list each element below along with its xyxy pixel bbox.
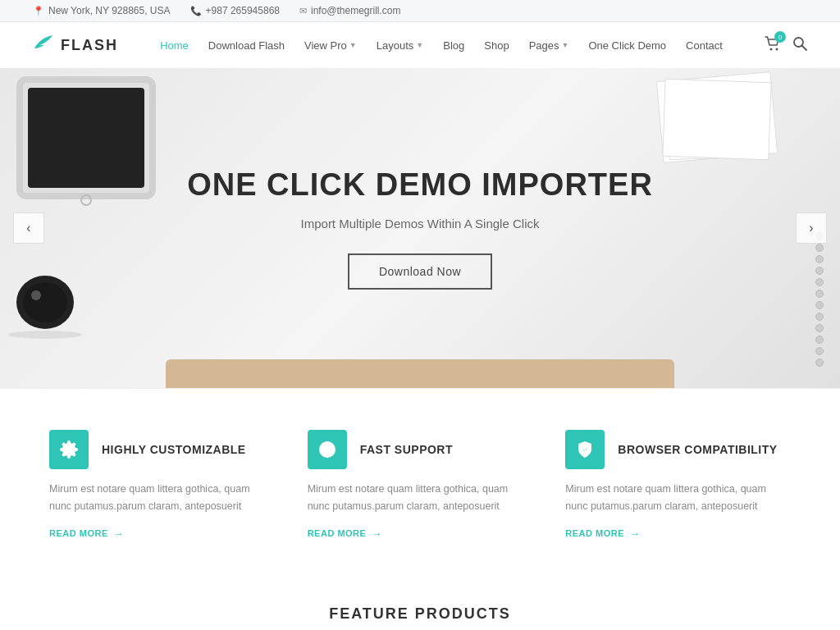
hero-title: ONE CLICK DEMO IMPORTER [187,167,653,204]
logo[interactable]: FLASH [33,34,118,57]
email-icon: ✉ [299,6,307,16]
nav-shop[interactable]: Shop [476,34,517,57]
read-more-arrow-icon-3: → [629,527,641,540]
feature-support-title: FAST SUPPORT [360,443,453,456]
header: FLASH Home Download Flash View Pro ▼ Lay… [0,22,840,68]
feature-browser-desc: Mirum est notare quam littera gothica, q… [565,481,791,516]
svg-line-3 [802,46,807,51]
read-more-arrow-icon-2: → [371,527,382,540]
feature-support-icon-box [308,430,347,469]
location-icon: 📍 [33,6,44,16]
feature-customizable-desc: Mirum est notare quam littera gothica, q… [49,481,275,516]
feature-browser-header: BROWSER COMPATIBILITY [565,430,791,469]
shield-icon [575,440,595,459]
topbar-phone-text: +987 265945868 [206,5,280,16]
nav-blog[interactable]: Blog [435,34,472,57]
search-button[interactable] [792,36,807,54]
products-section: FEATURE PRODUCTS Collaboratively adminis… [0,573,840,631]
nav-one-click-demo[interactable]: One Click Demo [580,34,674,57]
hero-prev-button[interactable]: ‹ [13,212,44,244]
feature-support-desc: Mirum est notare quam littera gothica, q… [308,481,533,516]
feature-support: FAST SUPPORT Mirum est notare quam litte… [308,430,533,540]
main-nav: Home Download Flash View Pro ▼ Layouts ▼… [152,34,731,57]
features-section: HIGHLY CUSTOMIZABLE Mirum est notare qua… [0,388,840,573]
topbar-phone: 📞 +987 265945868 [190,5,280,16]
feature-browser-title: BROWSER COMPATIBILITY [618,443,777,456]
feature-customizable: HIGHLY CUSTOMIZABLE Mirum est notare qua… [49,430,275,540]
feature-customizable-read-more[interactable]: READ MORE → [49,527,275,540]
hero-next-button[interactable]: › [796,212,827,244]
feature-browser: BROWSER COMPATIBILITY Mirum est notare q… [565,430,791,540]
pages-arrow-icon: ▼ [562,41,569,49]
gear-icon [59,440,79,459]
feature-browser-icon-box [565,430,605,469]
cart-button[interactable]: 0 [765,36,781,54]
feature-browser-read-more[interactable]: READ MORE → [565,527,791,540]
feature-customizable-header: HIGHLY CUSTOMIZABLE [49,430,275,469]
read-more-arrow-icon: → [113,527,125,540]
feature-support-header: FAST SUPPORT [308,430,533,469]
nav-view-pro[interactable]: View Pro ▼ [296,34,365,57]
topbar-email-text: info@themegrill.com [311,5,401,16]
view-pro-arrow-icon: ▼ [349,41,357,49]
logo-text: FLASH [61,37,118,54]
hero-section: ONE CLICK DEMO IMPORTER Import Multiple … [0,68,840,388]
feature-customizable-title: HIGHLY CUSTOMIZABLE [102,443,246,456]
hero-content: ONE CLICK DEMO IMPORTER Import Multiple … [0,68,840,388]
products-title: FEATURE PRODUCTS [49,605,791,623]
layouts-arrow-icon: ▼ [416,41,423,49]
header-icons: 0 [765,36,807,54]
globe-icon [317,440,337,459]
svg-point-0 [770,48,773,51]
cart-badge: 0 [774,31,786,43]
svg-point-1 [776,48,778,51]
topbar-location: 📍 New York, NY 928865, USA [33,5,171,16]
feature-customizable-icon-box [49,430,89,469]
phone-icon: 📞 [190,6,202,16]
nav-download-flash[interactable]: Download Flash [200,34,293,57]
hero-subtitle: Import Multiple Demos Within A Single Cl… [301,217,540,231]
nav-pages[interactable]: Pages ▼ [521,34,578,57]
topbar-location-text: New York, NY 928865, USA [48,5,171,16]
nav-layouts[interactable]: Layouts ▼ [368,34,431,57]
feature-support-read-more[interactable]: READ MORE → [308,527,533,540]
nav-home[interactable]: Home [152,34,197,57]
nav-contact[interactable]: Contact [678,34,731,57]
topbar: 📍 New York, NY 928865, USA 📞 +987 265945… [0,0,840,22]
logo-bird-icon [33,34,54,57]
topbar-email: ✉ info@themegrill.com [299,5,401,16]
hero-cta-button[interactable]: Download Now [348,253,492,290]
